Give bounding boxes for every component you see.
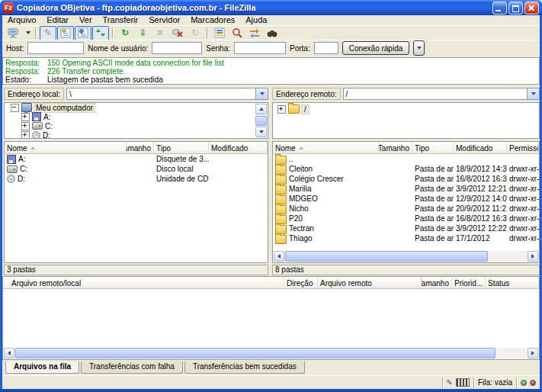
local-file-row[interactable]: A: Disquete de 3... — [5, 154, 268, 164]
synchronized-browsing-button[interactable] — [246, 26, 263, 40]
filter-icon — [214, 27, 225, 38]
column-header-priority[interactable]: Priorid... — [452, 277, 486, 288]
toggle-remote-tree-button[interactable] — [75, 26, 91, 40]
process-queue-button[interactable]: ⇓ — [134, 26, 151, 40]
column-header-size[interactable]: Tamanho — [422, 277, 452, 288]
remote-file-row[interactable]: Thiago Pasta de ar... 17/1/2012 drwxr-xr… — [273, 233, 539, 243]
scroll-thumb[interactable] — [255, 116, 267, 126]
column-header-direction[interactable]: Direção — [284, 277, 318, 288]
toggle-message-log-button[interactable]: ✎ — [40, 26, 56, 40]
menubar: Arquivo Editar Ver Transferir Servidor M… — [2, 15, 540, 25]
column-header-size[interactable]: Tamanho — [379, 142, 412, 153]
local-address-combo[interactable]: \ — [66, 88, 268, 100]
tree-item-computer[interactable]: Meu computador — [5, 103, 268, 112]
remote-file-row[interactable]: Tectran Pasta de ar... 3/9/2012 12:22...… — [273, 223, 539, 233]
file-name: C: — [20, 165, 27, 173]
local-file-row[interactable]: C: Disco local — [5, 164, 268, 174]
menu-marcadores[interactable]: Marcadores — [185, 15, 240, 25]
expand-icon[interactable] — [21, 122, 30, 130]
reconnect-button[interactable]: ↻ — [187, 26, 204, 40]
disconnect-button[interactable] — [169, 26, 186, 40]
remote-file-row[interactable]: Colégio Crescer Pasta de ar... 16/8/2012… — [273, 174, 539, 184]
remote-file-row[interactable]: Cleiton Pasta de ar... 18/9/2012 14:3...… — [273, 164, 539, 174]
tree-item-drive-a[interactable]: A: — [5, 112, 268, 121]
statusbar-indicators: ✎ — [442, 378, 473, 388]
minimize-button[interactable] — [492, 2, 507, 14]
tab-transferencias-bem-sucedidas[interactable]: Transferências bem sucedidas — [184, 361, 305, 374]
scroll-thumb[interactable] — [15, 348, 495, 358]
log-line: Resposta: 226 Transfer complete. — [5, 67, 537, 76]
quickconnect-dropdown[interactable] — [413, 40, 425, 56]
site-manager-button[interactable] — [5, 26, 21, 40]
scroll-right-button[interactable] — [528, 251, 538, 262]
column-header-status[interactable]: Status — [486, 277, 539, 288]
collapse-icon[interactable] — [11, 104, 19, 112]
datatype-icon[interactable]: ✎ — [447, 378, 453, 387]
arrow-right-icon — [531, 254, 534, 259]
column-header-local-file[interactable]: Arquivo remoto/local — [3, 277, 284, 288]
remote-file-row[interactable]: P20 Pasta de ar... 16/8/2012 16:3... drw… — [273, 214, 539, 223]
quickconnect-button[interactable]: Conexão rápida — [342, 41, 410, 55]
refresh-button[interactable]: ↻ — [117, 26, 133, 40]
column-header-type[interactable]: Tipo — [154, 142, 209, 153]
site-manager-dropdown[interactable] — [22, 26, 32, 40]
column-header-name[interactable]: Nome — [273, 142, 379, 153]
local-address-dropdown[interactable] — [255, 88, 268, 99]
toggle-local-tree-button[interactable] — [57, 26, 74, 40]
expand-icon[interactable] — [21, 131, 30, 140]
menu-ajuda[interactable]: Ajuda — [240, 15, 272, 25]
menu-servidor[interactable]: Servidor — [143, 15, 185, 25]
scroll-thumb[interactable] — [285, 251, 488, 262]
column-header-name[interactable]: Nome — [5, 142, 127, 153]
remote-address-dropdown[interactable] — [527, 88, 539, 99]
host-label: Host: — [6, 44, 24, 53]
remote-file-row[interactable]: Nicho Pasta de ar... 20/9/2012 11:2... d… — [273, 204, 539, 214]
hard-drive-icon — [32, 122, 43, 130]
port-input[interactable] — [314, 42, 338, 54]
menu-transferir[interactable]: Transferir — [98, 15, 144, 25]
column-header-modified[interactable]: Modificado — [454, 142, 507, 153]
scroll-down-button[interactable] — [255, 127, 267, 137]
toggle-queue-button[interactable] — [92, 26, 109, 40]
column-header-size[interactable]: Tamanho — [127, 142, 154, 153]
expand-icon[interactable] — [21, 113, 30, 121]
host-input[interactable] — [27, 42, 84, 54]
expand-icon[interactable] — [277, 105, 286, 114]
scroll-left-button[interactable] — [274, 251, 284, 262]
close-button[interactable] — [524, 2, 539, 14]
menu-ver[interactable]: Ver — [74, 15, 98, 25]
tab-arquivos-na-fila[interactable]: Arquivos na fila — [5, 361, 79, 374]
filter-button[interactable] — [211, 26, 228, 40]
username-input[interactable] — [152, 42, 202, 54]
tab-transferencias-com-falha[interactable]: Transferências com falha — [81, 361, 183, 374]
menu-arquivo[interactable]: Arquivo — [2, 15, 41, 25]
cancel-operation-button[interactable]: ✖ — [152, 26, 168, 40]
column-header-modified[interactable]: Modificado — [209, 142, 268, 153]
tree-item-drive-c[interactable]: C: — [5, 121, 268, 130]
local-file-row[interactable]: D: Unidade de CD — [5, 174, 268, 184]
remote-file-row[interactable]: MDGEO Pasta de ar... 12/9/2012 14:0... d… — [273, 194, 539, 204]
scroll-up-button[interactable] — [255, 104, 267, 114]
scroll-left-button[interactable] — [4, 348, 14, 358]
column-header-permissions[interactable]: Permissões — [507, 142, 539, 153]
remote-file-row[interactable]: .. — [273, 154, 539, 164]
tree-item-drive-d[interactable]: D: — [5, 130, 268, 139]
scroll-right-button[interactable] — [528, 348, 538, 358]
directory-comparison-button[interactable] — [229, 26, 245, 40]
queue-hscrollbar[interactable] — [4, 348, 538, 358]
remote-file-row[interactable]: Marilia Pasta de ar... 3/9/2012 12:21...… — [273, 184, 539, 194]
menu-editar[interactable]: Editar — [41, 15, 74, 25]
tree-item-root[interactable]: / — [273, 104, 539, 114]
tree-item-label: A: — [43, 113, 50, 121]
local-address-value: \ — [67, 90, 255, 98]
password-input[interactable] — [234, 42, 286, 54]
local-tree-scrollbar[interactable] — [255, 104, 267, 137]
restore-button[interactable] — [508, 2, 523, 14]
column-header-remote-file[interactable]: Arquivo remoto — [318, 277, 422, 288]
remote-folder-count: 8 pastas — [275, 265, 304, 274]
column-header-type[interactable]: Tipo — [412, 142, 454, 153]
remote-address-combo[interactable]: / — [343, 88, 540, 100]
find-files-button[interactable] — [264, 26, 281, 40]
speed-limit-icon[interactable] — [456, 378, 470, 387]
remote-list-hscrollbar[interactable] — [274, 251, 538, 262]
